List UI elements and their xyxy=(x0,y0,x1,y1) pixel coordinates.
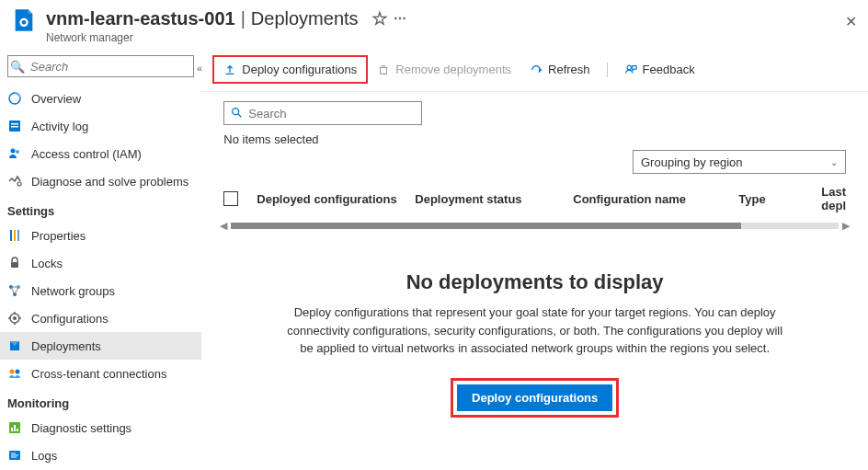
sidebar-item-logs[interactable]: Logs xyxy=(0,441,201,469)
empty-title: No deployments to display xyxy=(284,270,785,294)
svg-point-26 xyxy=(233,108,239,114)
resource-type-label: Network manager xyxy=(46,31,845,44)
sidebar-item-label: Diagnostic settings xyxy=(31,421,131,435)
trash-icon xyxy=(377,63,390,76)
column-header[interactable]: Type xyxy=(738,192,821,206)
refresh-icon xyxy=(530,63,542,76)
main-content: Deploy configurations Remove deployments… xyxy=(201,48,868,470)
svg-rect-9 xyxy=(10,230,12,241)
svg-point-1 xyxy=(22,20,27,25)
deploy-configurations-button[interactable]: Deploy configurations xyxy=(457,384,612,411)
diagnose-icon xyxy=(7,174,22,189)
sidebar-item-locks[interactable]: Locks xyxy=(0,249,201,277)
svg-rect-4 xyxy=(11,123,18,125)
grouping-dropdown[interactable]: Grouping by region ⌄ xyxy=(633,150,846,174)
command-bar: Deploy configurations Remove deployments… xyxy=(201,48,868,92)
horizontal-scrollbar[interactable]: ◀ ▶ xyxy=(201,218,868,234)
search-icon: 🔍 xyxy=(8,60,27,74)
sidebar-item-overview[interactable]: Overview xyxy=(0,85,201,112)
feedback-button[interactable]: Feedback xyxy=(615,59,704,80)
sidebar-item-label: Configurations xyxy=(31,312,108,326)
table-header: Deployed configurations Deployment statu… xyxy=(201,179,868,218)
locks-icon xyxy=(7,256,22,270)
column-header[interactable]: Configuration name xyxy=(573,192,738,206)
deploy-configurations-button[interactable]: Deploy configurations xyxy=(214,59,366,80)
svg-rect-10 xyxy=(14,230,16,241)
select-all-checkbox[interactable] xyxy=(223,191,238,206)
chevron-down-icon: ⌄ xyxy=(830,157,838,167)
favorite-icon[interactable]: ☆ xyxy=(371,7,388,29)
filter-search[interactable] xyxy=(223,101,422,125)
sidebar-item-deployments[interactable]: Deployments xyxy=(0,332,201,360)
highlight-deploy-toolbar: Deploy configurations xyxy=(212,55,368,84)
svg-point-6 xyxy=(11,149,16,154)
diagnostic-settings-icon xyxy=(7,420,22,435)
empty-description: Deploy configurations that represent you… xyxy=(284,304,785,358)
resource-icon xyxy=(11,7,37,33)
sidebar-item-label: Deployments xyxy=(31,339,101,353)
more-icon[interactable]: ⋯ xyxy=(394,11,406,26)
deployments-icon xyxy=(7,338,22,353)
svg-rect-23 xyxy=(17,429,18,431)
sidebar-item-label: Diagnose and solve problems xyxy=(31,175,188,189)
svg-point-18 xyxy=(10,370,15,374)
sidebar-item-network-groups[interactable]: Network groups xyxy=(0,277,201,304)
sidebar-section-settings: Settings xyxy=(0,195,201,222)
iam-icon xyxy=(7,146,22,161)
empty-state: No deployments to display Deploy configu… xyxy=(201,234,868,418)
sidebar-item-label: Logs xyxy=(31,449,57,463)
sidebar-item-label: Locks xyxy=(31,257,63,270)
overview-icon xyxy=(7,91,22,106)
network-groups-icon xyxy=(7,283,22,298)
sidebar-item-configurations[interactable]: Configurations xyxy=(0,304,201,332)
sidebar-item-label: Properties xyxy=(31,229,86,243)
sidebar-item-label: Access control (IAM) xyxy=(31,147,142,161)
sidebar-item-properties[interactable]: Properties xyxy=(0,222,201,249)
column-header[interactable]: Deployed configurations xyxy=(257,192,415,206)
properties-icon xyxy=(7,228,22,243)
svg-rect-22 xyxy=(14,425,16,431)
svg-point-8 xyxy=(17,182,21,186)
svg-rect-5 xyxy=(11,126,18,128)
scroll-right-icon[interactable]: ▶ xyxy=(839,220,853,232)
svg-rect-11 xyxy=(17,230,19,241)
refresh-button[interactable]: Refresh xyxy=(520,59,600,80)
filter-search-input[interactable] xyxy=(248,107,421,120)
sidebar-search-input[interactable] xyxy=(27,58,193,75)
logs-icon xyxy=(7,448,22,463)
feedback-icon xyxy=(624,63,637,76)
svg-point-19 xyxy=(16,370,20,374)
sidebar-section-monitoring: Monitoring xyxy=(0,387,201,414)
search-icon xyxy=(224,106,248,121)
sidebar-item-label: Network groups xyxy=(31,284,115,298)
scroll-left-icon[interactable]: ◀ xyxy=(216,220,231,232)
sidebar-item-activity-log[interactable]: Activity log xyxy=(0,112,201,140)
sidebar-item-label: Activity log xyxy=(31,120,88,133)
sidebar-item-diagnose[interactable]: Diagnose and solve problems xyxy=(0,167,201,195)
sidebar-item-label: Cross-tenant connections xyxy=(31,367,166,381)
svg-rect-21 xyxy=(11,428,13,431)
remove-deployments-button: Remove deployments xyxy=(368,59,520,80)
svg-point-7 xyxy=(16,150,19,154)
close-icon[interactable]: ✕ xyxy=(845,13,857,30)
configurations-icon xyxy=(7,311,22,326)
svg-rect-12 xyxy=(11,262,18,268)
highlight-deploy-button: Deploy configurations xyxy=(451,378,619,418)
svg-point-25 xyxy=(627,65,631,69)
page-title: vnm-learn-eastus-001 | Deployments ☆ ⋯ xyxy=(46,7,845,29)
sidebar: 🔍 « Overview Activity log Access control… xyxy=(0,48,201,470)
column-header[interactable]: Last depl xyxy=(821,185,846,212)
sidebar-item-diagnostic-settings[interactable]: Diagnostic settings xyxy=(0,414,201,441)
sidebar-item-iam[interactable]: Access control (IAM) xyxy=(0,140,201,167)
sidebar-item-label: Overview xyxy=(31,92,81,106)
cross-tenant-icon xyxy=(7,366,22,381)
activity-log-icon xyxy=(7,119,22,133)
page-header: vnm-learn-eastus-001 | Deployments ☆ ⋯ N… xyxy=(0,0,868,48)
toolbar-separator xyxy=(607,63,608,77)
upload-icon xyxy=(223,63,236,76)
selection-status: No items selected xyxy=(223,132,318,146)
sidebar-search[interactable]: 🔍 xyxy=(7,55,194,77)
column-header[interactable]: Deployment status xyxy=(415,192,573,206)
sidebar-item-cross-tenant[interactable]: Cross-tenant connections xyxy=(0,360,201,387)
svg-point-17 xyxy=(13,316,17,320)
